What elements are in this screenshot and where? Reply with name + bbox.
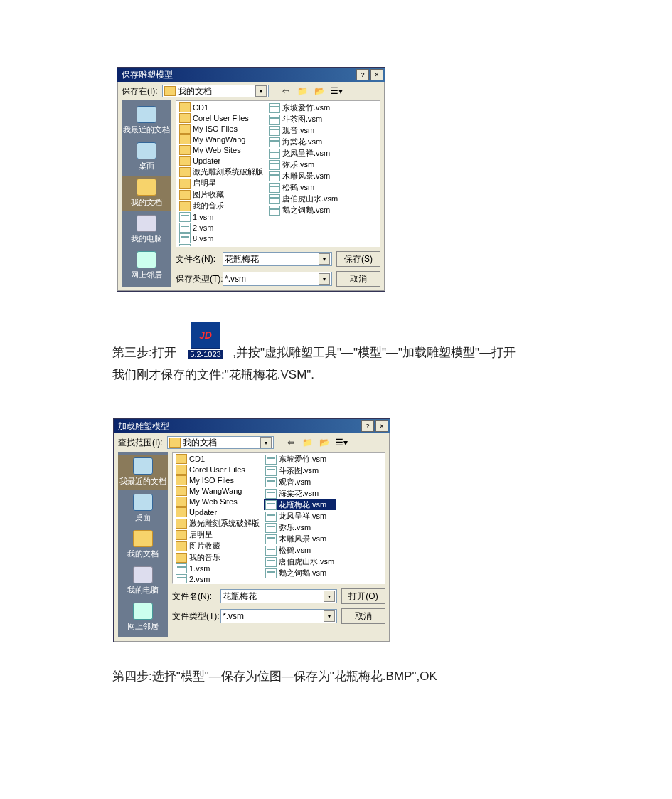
sidebar-item[interactable]: 我最近的文档 bbox=[122, 103, 171, 138]
filename-field[interactable]: 花瓶梅花 ▾ bbox=[220, 589, 337, 603]
sidebar-item[interactable]: 我的电脑 bbox=[122, 212, 171, 247]
file-item[interactable]: 唐伯虎山水.vsm bbox=[264, 556, 336, 567]
back-icon[interactable]: ⇦ bbox=[285, 437, 297, 448]
folder-icon bbox=[179, 102, 191, 112]
file-item[interactable]: 8.vsm bbox=[178, 233, 265, 243]
file-item[interactable]: 激光雕刻系统破解版 bbox=[174, 518, 261, 529]
file-item[interactable]: 东坡爱竹.vsm bbox=[264, 454, 336, 465]
file-item[interactable]: 木雕风景.vsm bbox=[267, 171, 339, 181]
file-item[interactable]: My WangWang bbox=[178, 134, 265, 144]
help-button[interactable]: ? bbox=[356, 69, 369, 80]
file-item[interactable]: 我的音乐 bbox=[178, 201, 265, 211]
sidebar-item[interactable]: 我最近的文档 bbox=[118, 455, 168, 490]
file-icon bbox=[265, 500, 277, 510]
file-item[interactable]: 图片收藏 bbox=[174, 541, 261, 551]
step3-text-c: 我们刚才保存的文件:"花瓶梅花.VSM". bbox=[112, 368, 314, 381]
file-item[interactable]: 2.vsm bbox=[174, 574, 261, 584]
file-item[interactable]: 松鹤.vsm bbox=[267, 182, 339, 193]
file-item[interactable]: 启明星 bbox=[174, 529, 261, 540]
file-item[interactable]: 木雕风景.vsm bbox=[264, 534, 336, 544]
places-sidebar: 我最近的文档桌面我的文档我的电脑网上邻居 bbox=[122, 100, 171, 287]
view-menu-icon[interactable]: ☰▾ bbox=[336, 437, 348, 448]
sidebar-item[interactable]: 我的文档 bbox=[122, 176, 171, 211]
file-item[interactable]: My Web Sites bbox=[178, 145, 265, 155]
file-item[interactable]: CD1 bbox=[174, 454, 261, 464]
file-item[interactable]: Corel User Files bbox=[174, 465, 261, 475]
file-item[interactable]: 1.vsm bbox=[174, 563, 261, 573]
file-list[interactable]: CD1Corel User FilesMy ISO FilesMy WangWa… bbox=[172, 452, 385, 584]
file-item[interactable]: My ISO Files bbox=[178, 124, 265, 134]
file-item[interactable]: 龙凤呈祥.vsm bbox=[264, 511, 336, 522]
file-item[interactable]: 斗茶图.vsm bbox=[267, 114, 339, 125]
sidebar-item[interactable]: 桌面 bbox=[118, 491, 168, 526]
sidebar-item[interactable]: 桌面 bbox=[122, 139, 171, 174]
file-icon bbox=[269, 171, 280, 181]
file-icon bbox=[265, 546, 277, 556]
sidebar-item-label: 我的文档 bbox=[122, 197, 171, 208]
file-item[interactable]: 激光雕刻系统破解版 bbox=[178, 166, 265, 177]
chevron-down-icon: ▾ bbox=[324, 610, 335, 622]
up-folder-icon[interactable]: 📁 bbox=[302, 437, 314, 448]
toolbar: 保存在(I): 我的文档 ▾ ⇦ 📁 📂 ☰▾ bbox=[117, 82, 385, 100]
sidebar-item[interactable]: 我的文档 bbox=[118, 527, 168, 562]
file-item[interactable]: Corel User Files bbox=[178, 113, 265, 123]
new-folder-icon[interactable]: 📂 bbox=[319, 437, 331, 448]
file-item[interactable]: 观音.vsm bbox=[264, 477, 336, 487]
folder-icon bbox=[176, 519, 187, 529]
cancel-button[interactable]: 取消 bbox=[341, 608, 385, 624]
file-item[interactable]: 海棠花.vsm bbox=[267, 137, 339, 147]
file-icon bbox=[265, 477, 277, 487]
close-button[interactable]: × bbox=[375, 420, 388, 432]
folder-icon bbox=[179, 179, 191, 189]
file-item[interactable]: 2.vsm bbox=[178, 223, 265, 233]
file-item[interactable]: 弥乐.vsm bbox=[267, 159, 339, 170]
open-button[interactable]: 打开(O) bbox=[341, 588, 385, 604]
sidebar-item-label: 桌面 bbox=[118, 512, 168, 523]
filename-field[interactable]: 花瓶梅花 ▾ bbox=[223, 252, 332, 266]
file-icon bbox=[269, 183, 280, 193]
file-item[interactable]: 斗茶图.vsm bbox=[264, 465, 336, 476]
back-icon[interactable]: ⇦ bbox=[280, 85, 292, 97]
file-item[interactable]: 鹅之饲鹅.vsm bbox=[264, 568, 336, 578]
file-item[interactable]: 图片收藏 bbox=[178, 189, 265, 200]
file-item[interactable]: 1.vsm bbox=[178, 212, 265, 222]
folder-icon bbox=[179, 124, 191, 134]
file-item[interactable]: 东坡爱竹.vsm bbox=[267, 102, 339, 113]
sidebar-item[interactable]: 网上邻居 bbox=[122, 248, 171, 283]
file-item[interactable]: 我的音乐 bbox=[174, 552, 261, 563]
save-button[interactable]: 保存(S) bbox=[336, 251, 380, 267]
file-item-label: My WangWang bbox=[193, 135, 245, 144]
file-item[interactable]: 松鹤.vsm bbox=[264, 545, 336, 556]
file-item[interactable]: CD1 bbox=[178, 102, 265, 112]
file-item[interactable]: 花瓶梅花.vsm bbox=[264, 499, 336, 510]
sidebar-item[interactable]: 我的电脑 bbox=[118, 563, 168, 598]
file-item-label: My ISO Files bbox=[193, 125, 238, 133]
help-button[interactable]: ? bbox=[361, 420, 374, 432]
close-button[interactable]: × bbox=[370, 69, 383, 80]
file-item[interactable]: My Web Sites bbox=[174, 497, 261, 507]
file-list[interactable]: CD1Corel User FilesMy ISO FilesMy WangWa… bbox=[176, 100, 380, 247]
file-item-label: 海棠花.vsm bbox=[279, 488, 319, 499]
file-item[interactable]: 启明星 bbox=[178, 178, 265, 189]
filetype-field[interactable]: *.vsm ▾ bbox=[220, 609, 337, 623]
location-select[interactable]: 我的文档 ▾ bbox=[167, 436, 274, 449]
file-item[interactable]: 弥乐.vsm bbox=[264, 522, 336, 533]
file-item[interactable]: Updater bbox=[178, 156, 265, 166]
location-select[interactable]: 我的文档 ▾ bbox=[162, 85, 269, 97]
up-folder-icon[interactable]: 📁 bbox=[297, 85, 309, 97]
file-item[interactable]: 鹅之饲鹅.vsm bbox=[267, 205, 339, 216]
file-item[interactable]: 龙凤呈祥.vsm bbox=[267, 148, 339, 159]
file-item-label: My Web Sites bbox=[189, 497, 238, 506]
file-item[interactable]: My ISO Files bbox=[174, 475, 261, 485]
filetype-field[interactable]: *.vsm ▾ bbox=[223, 272, 332, 286]
file-item[interactable]: 唐伯虎山水.vsm bbox=[267, 194, 339, 204]
file-item[interactable]: 观音.vsm bbox=[267, 125, 339, 136]
folder-icon bbox=[176, 465, 187, 475]
file-item[interactable]: Updater bbox=[174, 507, 261, 517]
sidebar-item[interactable]: 网上邻居 bbox=[118, 600, 168, 635]
new-folder-icon[interactable]: 📂 bbox=[314, 85, 326, 97]
cancel-button[interactable]: 取消 bbox=[336, 271, 380, 287]
file-item[interactable]: My WangWang bbox=[174, 486, 261, 496]
file-item[interactable]: 海棠花.vsm bbox=[264, 488, 336, 499]
view-menu-icon[interactable]: ☰▾ bbox=[331, 85, 343, 97]
